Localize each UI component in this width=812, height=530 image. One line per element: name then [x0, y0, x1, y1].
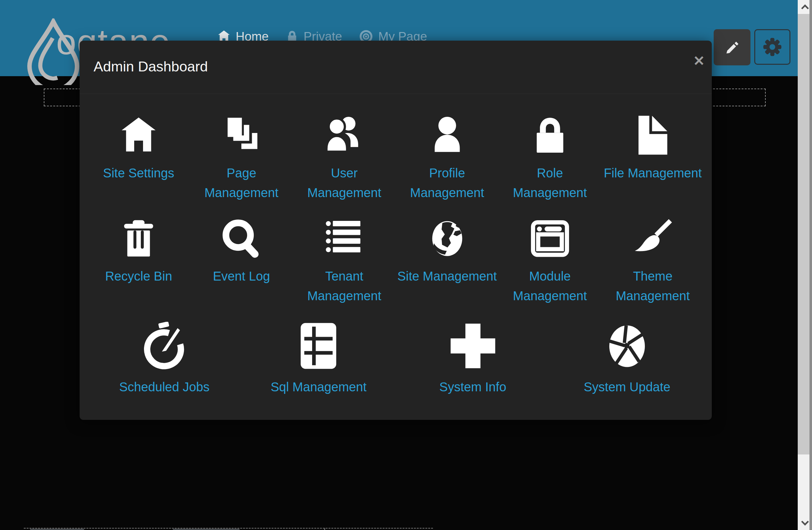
tile-label: Event Log: [213, 266, 270, 286]
tile-label: System Info: [439, 377, 506, 397]
tile-system-info[interactable]: System Info: [396, 322, 550, 427]
layers-icon: [222, 115, 261, 155]
browser-icon: [530, 219, 570, 258]
tile-file-management[interactable]: File Management: [601, 115, 704, 219]
app-screen: oqtane Home Private: [0, 0, 812, 530]
brush-icon: [633, 219, 672, 258]
list-icon: [324, 219, 364, 258]
tile-label: Scheduled Jobs: [119, 377, 210, 397]
tile-label: File Management: [604, 163, 701, 183]
aperture-icon: [603, 322, 651, 370]
tile-system-update[interactable]: System Update: [550, 322, 704, 427]
tile-label: Theme Management: [601, 266, 704, 306]
window-edge: [810, 0, 812, 530]
spreadsheet-icon: [294, 322, 343, 370]
tile-role-management[interactable]: Role Management: [498, 115, 601, 219]
file-icon: [633, 115, 672, 155]
modal-body: Site Settings Page Management: [79, 94, 712, 427]
tile-label: User Management: [293, 163, 395, 202]
medical-cross-icon: [449, 322, 497, 370]
chevron-down-icon: [800, 520, 810, 526]
modal-title: Admin Dashboard: [93, 58, 208, 75]
tile-site-settings[interactable]: Site Settings: [87, 115, 190, 219]
close-icon[interactable]: ✕: [693, 54, 705, 68]
trash-icon: [119, 219, 158, 258]
admin-tile-grid-bottom: Scheduled Jobs Sql Management: [87, 322, 704, 427]
admin-tile-grid: Site Settings Page Management: [87, 115, 704, 322]
magnifier-icon: [222, 219, 261, 258]
tile-label: Profile Management: [395, 163, 498, 202]
modal-header: Admin Dashboard ✕: [79, 41, 712, 94]
tile-label: Site Management: [397, 266, 497, 286]
tile-module-management[interactable]: Module Management: [498, 219, 601, 322]
tile-user-management[interactable]: User Management: [293, 115, 395, 219]
gear-icon: [763, 37, 782, 57]
timer-icon: [140, 322, 188, 370]
edit-mode-button[interactable]: [714, 29, 751, 66]
tile-label: Role Management: [498, 163, 601, 202]
tile-page-management[interactable]: Page Management: [190, 115, 293, 219]
tile-recycle-bin[interactable]: Recycle Bin: [87, 219, 190, 322]
cutoff-content-fragment: [30, 529, 84, 530]
tile-event-log[interactable]: Event Log: [190, 219, 293, 322]
home-icon: [119, 115, 158, 155]
chevron-up-icon: [800, 4, 810, 10]
admin-dashboard-modal: Admin Dashboard ✕ Site Settings: [79, 41, 712, 420]
tile-label: Module Management: [498, 266, 601, 306]
tile-label: Site Settings: [103, 163, 174, 183]
globe-icon: [427, 219, 467, 258]
settings-button[interactable]: [754, 29, 791, 65]
lock-icon: [530, 115, 570, 155]
people-icon: [324, 115, 364, 155]
tile-site-management[interactable]: Site Management: [395, 219, 498, 322]
tile-label: System Update: [584, 377, 670, 397]
tile-profile-management[interactable]: Profile Management: [395, 115, 498, 219]
tile-label: Page Management: [190, 163, 293, 202]
tile-tenant-management[interactable]: Tenant Management: [293, 219, 395, 322]
pencil-icon: [723, 38, 741, 57]
person-icon: [427, 115, 467, 155]
tile-label: Sql Management: [271, 377, 366, 397]
cutoff-content-fragment: [173, 529, 240, 530]
tile-scheduled-jobs[interactable]: Scheduled Jobs: [87, 322, 241, 427]
tile-theme-management[interactable]: Theme Management: [601, 219, 704, 322]
cutoff-content-fragment: [324, 528, 325, 530]
tile-label: Recycle Bin: [105, 266, 172, 286]
tile-label: Tenant Management: [293, 266, 395, 306]
tile-sql-management[interactable]: Sql Management: [241, 322, 395, 427]
